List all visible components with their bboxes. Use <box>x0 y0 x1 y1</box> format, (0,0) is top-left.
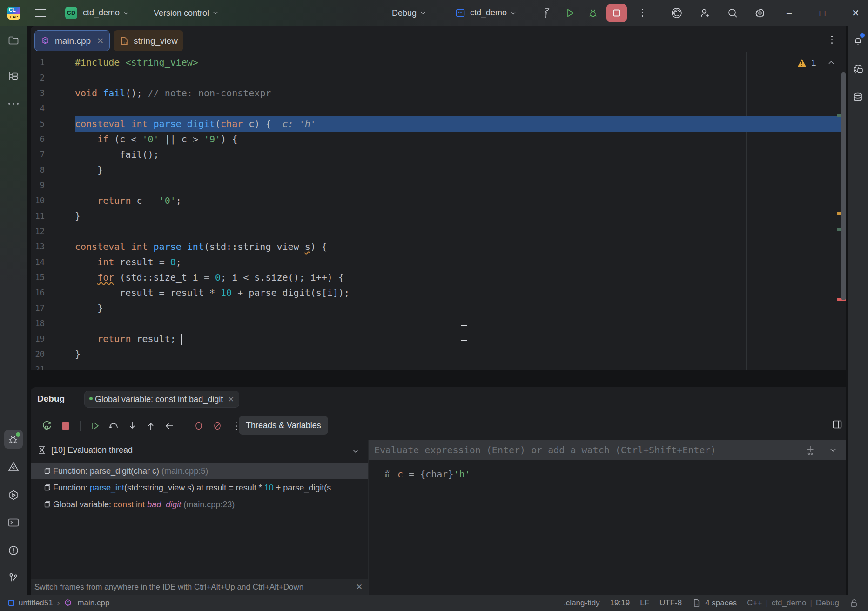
code-line: 3 void fail(); // note: non-constexpr <box>31 86 846 101</box>
encoding-widget[interactable]: UTF-8 <box>659 598 682 608</box>
more-actions-button[interactable] <box>634 5 650 21</box>
run-config-icon <box>455 8 465 18</box>
sidebar-divider <box>7 58 20 58</box>
debug-session-tab[interactable]: Global variable: const int bad_digit ✕ <box>84 391 239 408</box>
step-over-icon <box>108 420 119 431</box>
sidebar-item-structure[interactable] <box>4 67 23 86</box>
layout-settings-button[interactable] <box>829 416 845 432</box>
line-number: 15 <box>31 270 45 285</box>
svg-text:10: 10 <box>385 470 390 474</box>
breadcrumb-file[interactable]: main.cpp <box>77 598 109 608</box>
resume-button[interactable] <box>87 418 103 434</box>
sidebar-item-ai-chat[interactable] <box>848 60 867 78</box>
frame-icon <box>44 483 52 492</box>
search-everywhere-button[interactable] <box>725 5 740 21</box>
vertical-scrollbar-thumb[interactable] <box>841 72 846 300</box>
stop-button[interactable] <box>606 4 627 22</box>
chevron-down-icon <box>212 10 219 16</box>
debug-session-label: Global variable: const int bad_digit <box>95 395 223 404</box>
maximize-icon: □ <box>820 7 825 18</box>
hammer-icon <box>538 5 554 21</box>
status-bar-breadcrumb: untitled51 › main.cpp <box>8 598 109 608</box>
step-over-button[interactable] <box>106 418 121 434</box>
hexagon-run-icon <box>7 489 20 501</box>
project-widget[interactable]: CD ctd_demo <box>65 7 129 19</box>
sidebar-item-problems[interactable] <box>4 541 23 560</box>
code-editor[interactable]: 1 #include <string_view> 2 3 void fail()… <box>31 52 846 370</box>
terminal-icon <box>7 517 20 529</box>
chevron-down-icon[interactable] <box>351 447 360 455</box>
editor-tab-main-cpp[interactable]: main.cpp ✕ <box>34 30 110 51</box>
code-line: 7 fail(); <box>31 147 846 162</box>
line-separator-widget[interactable]: LF <box>640 598 649 608</box>
settings-button[interactable] <box>752 5 768 21</box>
variable-row[interactable]: 10 01 c = {char}'h' <box>369 467 471 481</box>
step-into-button[interactable] <box>124 418 140 434</box>
stack-frame-row[interactable]: Global variable: const int bad_digit (ma… <box>31 496 368 513</box>
inspections-widget[interactable]: .clang-tidy <box>564 598 599 608</box>
run-button[interactable] <box>562 5 578 21</box>
inspection-widget[interactable]: 1 <box>796 57 846 68</box>
mute-breakpoints-button[interactable] <box>209 418 225 434</box>
run-mode-widget[interactable]: Debug <box>392 8 426 18</box>
caret-position-widget[interactable]: 19:19 <box>610 598 630 608</box>
view-breakpoints-button[interactable] <box>191 418 207 434</box>
close-icon[interactable]: ✕ <box>228 395 234 404</box>
add-watch-icon[interactable] <box>805 444 816 456</box>
sidebar-item-version-control[interactable] <box>4 569 23 587</box>
arrow-left-icon <box>164 420 175 431</box>
invite-collaborator-button[interactable] <box>697 5 713 21</box>
sidebar-item-debug[interactable] <box>4 430 23 449</box>
sidebar-item-terminal[interactable] <box>4 513 23 532</box>
tab-threads-and-variables[interactable]: Threads & Variables <box>239 416 328 435</box>
debug-button[interactable] <box>585 5 601 21</box>
tab-label: Threads & Variables <box>246 421 321 430</box>
settings-gear-icon <box>752 5 768 21</box>
frame-icon <box>44 500 52 509</box>
line-number: 7 <box>31 147 45 162</box>
indent-widget[interactable]: CF 4 spaces <box>692 598 737 608</box>
editor-tab-string-view[interactable]: H string_view <box>114 30 183 51</box>
sidebar-item-services[interactable] <box>4 486 23 504</box>
close-icon[interactable]: ✕ <box>356 582 363 592</box>
window-maximize-button[interactable]: □ <box>820 7 825 18</box>
main-menu-button[interactable] <box>35 9 46 17</box>
breadcrumb-root[interactable]: untitled51 <box>19 598 53 608</box>
sidebar-item-notifications[interactable] <box>848 31 867 50</box>
version-control-widget[interactable]: Version control <box>154 8 219 18</box>
ai-assistant-button[interactable] <box>669 5 685 21</box>
variable-name: c <box>397 469 403 480</box>
chevron-down-icon[interactable] <box>829 446 837 454</box>
context-widget[interactable]: C++ | ctd_demo | Debug <box>747 598 839 608</box>
run-to-cursor-button[interactable] <box>161 418 177 434</box>
window-close-button[interactable]: ✕ <box>852 7 860 19</box>
step-out-button[interactable] <box>143 418 159 434</box>
thread-selector[interactable]: [10] Evaluation thread <box>31 440 368 460</box>
svg-text:01: 01 <box>385 474 390 478</box>
sidebar-item-database[interactable] <box>848 87 867 106</box>
unlocked-icon[interactable] <box>849 598 859 608</box>
breadcrumb-separator: › <box>57 598 60 608</box>
ai-assistant-icon <box>669 5 685 21</box>
stack-frame-row[interactable]: Function: parse_digit(char c) (main.cpp:… <box>31 463 368 479</box>
chevron-up-icon[interactable] <box>827 58 836 67</box>
inline-value-hint: c: 'h' <box>271 118 316 129</box>
rerun-button[interactable] <box>39 418 55 434</box>
sidebar-item-project[interactable] <box>4 31 23 50</box>
stack-frame-row[interactable]: Function: parse_int(std::string_view s) … <box>31 479 368 496</box>
stop-button[interactable] <box>58 418 74 434</box>
run-config-label: ctd_demo <box>470 8 507 18</box>
sidebar-item-inspections[interactable] <box>4 457 23 476</box>
code-line: 9 <box>31 178 846 193</box>
debug-toolbar <box>39 416 244 435</box>
code-line: 10 return c - '0'; <box>31 193 846 208</box>
line-number: 11 <box>31 208 45 224</box>
run-configuration-widget[interactable]: ctd_demo <box>455 8 517 18</box>
sidebar-item-more[interactable] <box>4 94 23 113</box>
window-minimize-button[interactable]: – <box>787 7 792 18</box>
cpp-file-icon <box>64 598 73 608</box>
evaluate-expression-input[interactable]: Evaluate expression (Enter) or add a wat… <box>369 440 846 460</box>
build-button[interactable] <box>538 5 554 21</box>
close-icon[interactable]: ✕ <box>97 36 104 46</box>
editor-tabs-more-button[interactable] <box>831 36 833 44</box>
